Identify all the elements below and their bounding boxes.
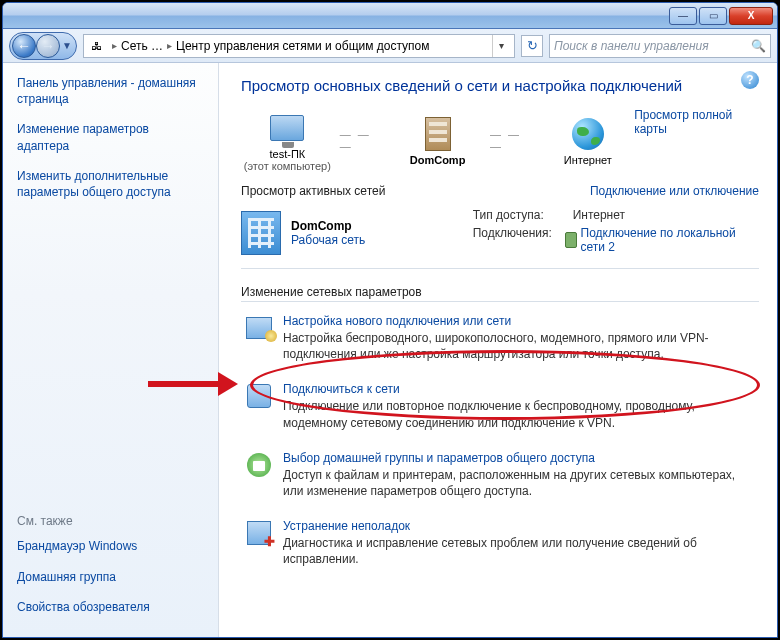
task-desc: Настройка беспроводного, широкополосного…: [283, 330, 755, 362]
page-title: Просмотр основных сведений о сети и наст…: [241, 77, 759, 94]
breadcrumb-dropdown[interactable]: ▾: [492, 35, 510, 57]
network-icon: 🖧: [88, 38, 104, 54]
access-type-value: Интернет: [573, 208, 625, 222]
task-connect-network[interactable]: Подключиться к сети Подключение или повт…: [241, 372, 759, 440]
node-internet: Интернет: [541, 114, 634, 166]
sidebar-link-homegroup[interactable]: Домашняя группа: [17, 569, 204, 585]
node-gateway-name: DomComp: [410, 154, 466, 166]
active-networks-heading: Просмотр активных сетей: [241, 184, 385, 198]
see-also-heading: См. также: [17, 514, 204, 528]
sidebar: Панель управления - домашняя страница Из…: [3, 63, 219, 637]
breadcrumb[interactable]: 🖧 ▸ Сеть … ▸ Центр управления сетями и о…: [83, 34, 515, 58]
address-bar: ← → ▼ 🖧 ▸ Сеть … ▸ Центр управления сетя…: [3, 29, 777, 63]
connector-icon: — — —: [340, 128, 386, 152]
view-full-map-link[interactable]: Просмотр полной карты: [634, 108, 759, 136]
sidebar-link-advanced-sharing[interactable]: Изменить дополнительные параметры общего…: [17, 168, 204, 200]
setup-connection-icon: [246, 317, 272, 339]
breadcrumb-seg-current[interactable]: Центр управления сетями и общим доступом: [176, 39, 430, 53]
access-type-label: Тип доступа:: [473, 208, 573, 222]
search-input[interactable]: Поиск в панели управления 🔍: [549, 34, 771, 58]
task-title: Настройка нового подключения или сети: [283, 314, 755, 328]
minimize-button[interactable]: —: [669, 7, 697, 25]
node-pc-sub: (этот компьютер): [244, 160, 331, 172]
search-placeholder: Поиск в панели управления: [554, 39, 709, 53]
server-icon: [425, 117, 451, 151]
homegroup-icon: [247, 453, 271, 477]
sidebar-link-internet-options[interactable]: Свойства обозревателя: [17, 599, 204, 615]
task-title: Выбор домашней группы и параметров общег…: [283, 451, 755, 465]
troubleshoot-icon: [247, 521, 271, 545]
titlebar: — ▭ X: [3, 3, 777, 29]
sidebar-link-control-panel-home[interactable]: Панель управления - домашняя страница: [17, 75, 204, 107]
nav-history-dropdown[interactable]: ▼: [60, 40, 74, 51]
network-map: test-ПК (этот компьютер) — — — DomComp —…: [241, 108, 634, 172]
task-desc: Диагностика и исправление сетевых пробле…: [283, 535, 755, 567]
change-settings-heading: Изменение сетевых параметров: [241, 285, 759, 302]
active-network-name: DomComp: [291, 219, 365, 233]
connect-network-icon: [247, 384, 271, 408]
active-network: DomComp Рабочая сеть Тип доступа: Интерн…: [241, 202, 759, 269]
node-internet-name: Интернет: [564, 154, 612, 166]
task-troubleshoot[interactable]: Устранение неполадок Диагностика и испра…: [241, 509, 759, 577]
refresh-button[interactable]: ↻: [521, 35, 543, 57]
task-title: Подключиться к сети: [283, 382, 755, 396]
back-button[interactable]: ←: [12, 34, 36, 58]
help-icon[interactable]: ?: [741, 71, 759, 89]
chevron-right-icon: ▸: [112, 40, 117, 51]
nav-buttons: ← → ▼: [9, 32, 77, 60]
globe-icon: [572, 118, 604, 150]
close-button[interactable]: X: [729, 7, 773, 25]
breadcrumb-seg-network[interactable]: Сеть …: [121, 39, 163, 53]
task-homegroup-sharing[interactable]: Выбор домашней группы и параметров общег…: [241, 441, 759, 509]
connect-disconnect-link[interactable]: Подключение или отключение: [590, 184, 759, 198]
nic-icon: [565, 232, 576, 248]
window: — ▭ X ← → ▼ 🖧 ▸ Сеть … ▸ Центр управлени…: [2, 2, 778, 638]
node-pc-name: test-ПК: [269, 148, 305, 160]
active-network-type-link[interactable]: Рабочая сеть: [291, 233, 365, 247]
node-gateway: DomComp: [391, 114, 484, 166]
sidebar-link-adapter-settings[interactable]: Изменение параметров адаптера: [17, 121, 204, 153]
main-content: ? Просмотр основных сведений о сети и на…: [219, 63, 777, 637]
node-this-pc: test-ПК (этот компьютер): [241, 108, 334, 172]
search-icon: 🔍: [751, 39, 766, 53]
computer-icon: [270, 115, 304, 141]
maximize-button[interactable]: ▭: [699, 7, 727, 25]
task-desc: Доступ к файлам и принтерам, расположенн…: [283, 467, 755, 499]
task-setup-connection[interactable]: Настройка нового подключения или сети На…: [241, 304, 759, 372]
task-title: Устранение неполадок: [283, 519, 755, 533]
forward-button[interactable]: →: [36, 34, 60, 58]
connection-name: Подключение по локальной сети 2: [581, 226, 759, 254]
connection-link[interactable]: Подключение по локальной сети 2: [565, 226, 759, 254]
connector-icon: — — —: [490, 128, 536, 152]
sidebar-link-firewall[interactable]: Брандмауэр Windows: [17, 538, 204, 554]
connections-label: Подключения:: [473, 226, 566, 254]
work-network-icon: [241, 211, 281, 255]
chevron-right-icon: ▸: [167, 40, 172, 51]
task-desc: Подключение или повторное подключение к …: [283, 398, 755, 430]
